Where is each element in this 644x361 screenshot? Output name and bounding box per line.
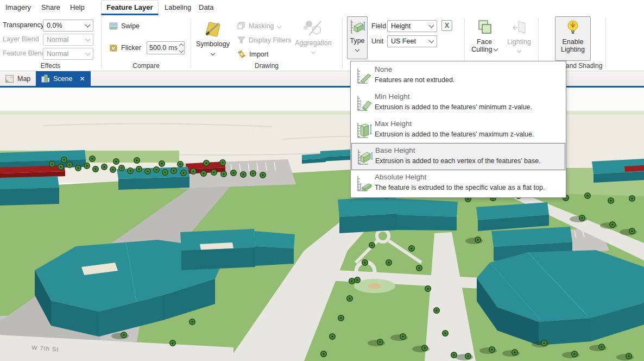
tab-data[interactable]: Data bbox=[199, 0, 213, 15]
close-icon[interactable]: ✕ bbox=[79, 75, 85, 83]
extrusion-min-height-icon bbox=[355, 94, 374, 113]
chevron-down-icon bbox=[85, 36, 91, 42]
filter-icon bbox=[237, 36, 245, 44]
lightbulb-icon bbox=[565, 19, 581, 36]
extrusion-type-button[interactable]: Type bbox=[347, 16, 368, 59]
face-culling-label-2: Culling bbox=[471, 46, 492, 53]
building-mid bbox=[180, 229, 295, 270]
extrusion-none-icon bbox=[355, 67, 374, 85]
unit-combo[interactable]: US Feet bbox=[387, 35, 437, 47]
enable-lighting-label-2: Lighting bbox=[555, 46, 590, 53]
menu-item-desc: The feature is extruded to the specific … bbox=[375, 184, 545, 191]
compare-group-label: Compare bbox=[102, 62, 191, 70]
lighting-label: Lighting bbox=[504, 38, 534, 46]
scene-tab-icon bbox=[41, 74, 49, 83]
menu-item-desc: Features are not extruded. bbox=[375, 76, 454, 84]
map-tab-icon bbox=[5, 75, 14, 83]
import-icon bbox=[237, 50, 246, 58]
lighting-icon bbox=[511, 19, 527, 36]
face-culling-label-1: Face bbox=[468, 38, 501, 46]
menu-item-max-height[interactable]: Max Height Extrusion is added to the fea… bbox=[351, 117, 565, 144]
menu-share[interactable]: Share bbox=[41, 0, 60, 15]
group-separator bbox=[101, 18, 102, 69]
chevron-down-icon bbox=[85, 51, 91, 56]
type-label: Type bbox=[348, 37, 367, 45]
tab-feature-layer[interactable]: Feature Layer bbox=[101, 0, 159, 15]
field-value: Height bbox=[391, 21, 411, 32]
display-filters-button: Display Filters bbox=[237, 36, 292, 44]
expression-x-icon: X bbox=[445, 22, 449, 29]
unit-label: Unit bbox=[371, 38, 383, 45]
extrusion-base-height-icon bbox=[356, 148, 374, 166]
building-right-large bbox=[477, 250, 644, 345]
menu-item-base-height[interactable]: Base Height Extrusion is added to each v… bbox=[351, 143, 565, 170]
enable-lighting-button[interactable]: Enable Lighting bbox=[555, 16, 591, 61]
chevron-down-icon bbox=[429, 23, 434, 28]
chevron-down-icon bbox=[355, 47, 359, 52]
layer-blend-combo: Normal bbox=[43, 34, 93, 46]
swipe-button[interactable]: Swipe bbox=[109, 22, 140, 30]
menu-item-none[interactable]: None Features are not extruded. bbox=[351, 63, 565, 90]
transparency-combo[interactable]: 0.0% bbox=[43, 20, 93, 32]
flicker-unit: ms bbox=[168, 44, 178, 52]
layer-blend-label: Layer Blend bbox=[3, 35, 39, 43]
aggregation-icon bbox=[302, 19, 324, 38]
feature-blend-value: Normal bbox=[47, 48, 68, 59]
menu-help[interactable]: Help bbox=[70, 0, 85, 15]
spinner-arrows[interactable] bbox=[180, 44, 183, 52]
extrusion-type-dropdown: None Features are not extruded. Min Heig… bbox=[350, 61, 566, 198]
menu-item-title: Absolute Height bbox=[375, 173, 426, 181]
symbology-button[interactable]: Symbology bbox=[194, 16, 231, 62]
menu-item-title: Max Height bbox=[375, 120, 412, 128]
tab-map[interactable]: Map bbox=[0, 71, 36, 86]
chevron-down-icon bbox=[517, 48, 521, 53]
extrusion-absolute-height-icon bbox=[355, 175, 374, 193]
menu-item-desc: Extrusion is added to each vertex of the… bbox=[375, 157, 541, 165]
face-culling-button[interactable]: Face Culling bbox=[468, 16, 501, 62]
menu-item-title: Base Height bbox=[375, 146, 415, 154]
chevron-down-icon bbox=[429, 38, 434, 43]
effects-group-label: Effects bbox=[0, 62, 101, 70]
swipe-icon bbox=[109, 22, 118, 30]
masking-icon bbox=[237, 22, 245, 30]
map-tab-label: Map bbox=[17, 75, 30, 83]
symbology-label: Symbology bbox=[195, 40, 231, 48]
arcgis-pro-window: Imagery Share Help Feature Layer Labelin… bbox=[0, 0, 644, 361]
drawing-group-label: Drawing bbox=[191, 62, 342, 70]
flicker-label: Flicker bbox=[121, 44, 141, 52]
import-button[interactable]: Import bbox=[237, 50, 268, 58]
lawn-circle-center bbox=[368, 283, 381, 289]
menu-imagery[interactable]: Imagery bbox=[5, 0, 31, 15]
scene-tab-label: Scene bbox=[53, 75, 72, 83]
menu-item-min-height[interactable]: Min Height Extrusion is added to the fea… bbox=[351, 90, 565, 117]
menu-item-title: Min Height bbox=[375, 92, 410, 101]
menu-item-absolute-height[interactable]: Absolute Height The feature is extruded … bbox=[351, 170, 565, 197]
flicker-button[interactable]: Flicker bbox=[109, 43, 141, 52]
masking-button: Masking bbox=[237, 22, 281, 30]
masking-label: Masking bbox=[249, 22, 274, 30]
tab-scene[interactable]: Scene ✕ bbox=[36, 71, 91, 86]
flicker-duration-spinner[interactable]: 500.0 ms bbox=[147, 41, 185, 54]
aggregation-label: Aggregation bbox=[294, 39, 333, 47]
lighting-button: Lighting bbox=[503, 16, 535, 62]
chevron-down-icon bbox=[85, 22, 91, 28]
symbology-icon bbox=[203, 19, 223, 39]
feature-blend-combo: Normal bbox=[43, 48, 93, 60]
swipe-label: Swipe bbox=[121, 22, 140, 30]
field-label: Field bbox=[371, 22, 386, 30]
face-culling-icon bbox=[476, 19, 493, 36]
chevron-down-icon bbox=[276, 23, 281, 28]
field-combo[interactable]: Height bbox=[387, 20, 437, 32]
expression-builder-button[interactable]: X bbox=[441, 20, 452, 31]
extrusion-type-icon bbox=[349, 19, 365, 35]
chevron-down-icon bbox=[211, 51, 215, 55]
display-filters-label: Display Filters bbox=[249, 36, 292, 44]
group-separator bbox=[191, 18, 191, 69]
tab-labeling[interactable]: Labeling bbox=[165, 0, 191, 15]
menu-item-desc: Extrusion is added to the features' mini… bbox=[375, 103, 532, 111]
feature-blend-label: Feature Blend bbox=[3, 49, 46, 57]
menu-item-title: None bbox=[375, 65, 392, 73]
extrusion-max-height-icon bbox=[355, 121, 374, 140]
flicker-value: 500.0 bbox=[149, 44, 166, 52]
illumination-group-label-fragment: and Shading bbox=[566, 62, 615, 70]
